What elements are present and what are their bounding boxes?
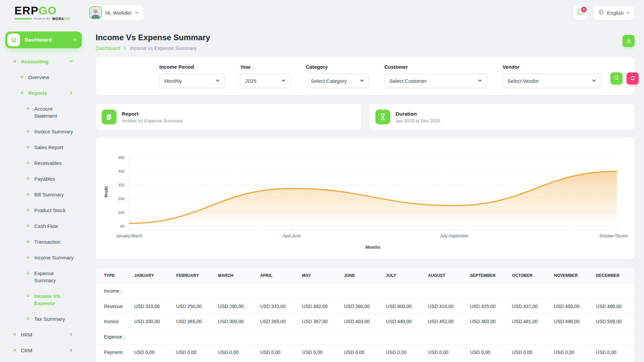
sidebar-item-hrm[interactable]: HRM	[0, 327, 87, 343]
bullet-icon	[26, 161, 29, 164]
svg-text:80: 80	[120, 224, 124, 228]
sidebar-item-dashboard[interactable]: Dashboard	[5, 32, 82, 48]
income-period-select[interactable]: Monthly	[159, 73, 225, 88]
sidebar-item-expense-summary[interactable]: Expense Summary	[0, 265, 87, 288]
amount-cell: USD 0,00	[551, 345, 593, 360]
svg-text:320: 320	[118, 183, 124, 187]
svg-text:160: 160	[118, 210, 124, 215]
amount-cell: USD 370,00	[257, 299, 299, 314]
amount-cell: USD 481,00	[509, 314, 551, 329]
page-title: Income Vs Expense Summary	[96, 33, 210, 42]
sidebar-item-accounting[interactable]: Accounting	[0, 54, 87, 69]
refresh-icon	[630, 75, 636, 82]
svg-text:April-June: April-June	[283, 234, 301, 238]
user-avatar	[89, 6, 102, 19]
report-card-title: Report	[122, 111, 183, 117]
category-label: Category	[306, 64, 369, 70]
sidebar-item-transaction[interactable]: Transaction	[0, 234, 87, 250]
sidebar-item-overview[interactable]: Overview	[0, 69, 87, 85]
amount-cell: USD 400,00	[383, 299, 425, 314]
column-header-january: JANUARY	[131, 268, 173, 283]
sidebar-item-income-vs-expense[interactable]: Income VS Expense	[0, 288, 87, 311]
column-header-february: FEBRUARY	[173, 268, 215, 283]
amount-cell: USD 437,00	[509, 299, 551, 314]
table-row-invoice: InvoiceUSD 330,00USD 365,00USD 300,00USD…	[96, 314, 635, 329]
amount-cell: USD 403,00	[341, 314, 383, 329]
bullet-icon	[26, 107, 29, 110]
reset-button[interactable]	[627, 72, 639, 84]
income-expense-table: TYPEJANUARYFEBRUARYMARCHAPRILMAYJUNEJULY…	[96, 268, 635, 360]
chevron-down-icon	[592, 79, 596, 83]
bullet-icon	[26, 193, 29, 195]
sidebar-item-receivables[interactable]: Receivables	[0, 155, 87, 171]
amount-cell: USD 250,00	[173, 299, 215, 314]
main-content: Income Vs Expense Summary Dashboard Inco…	[96, 25, 635, 362]
column-header-april: APRIL	[257, 268, 299, 283]
chevron-down-icon	[281, 79, 285, 83]
column-header-june: JUNE	[341, 268, 383, 283]
sidebar-item-sales-report[interactable]: Sales Report	[0, 139, 87, 155]
breadcrumb-current: Income vs Expense Summary	[130, 45, 197, 51]
bullet-icon	[26, 272, 29, 274]
amount-cell: USD 509,00	[593, 314, 635, 329]
notifications-button[interactable]: 0	[573, 5, 588, 20]
vendor-select[interactable]: Select Vendor	[502, 73, 601, 88]
amount-cell: USD 0,00	[215, 345, 257, 360]
powered-by-text: Powered By	[34, 17, 50, 20]
row-type-label: Invoice	[96, 314, 131, 329]
bullet-icon	[26, 145, 29, 148]
amount-cell: USD 290,00	[215, 299, 257, 314]
sidebar-item-reports[interactable]: Reports	[0, 85, 87, 101]
chevron-down-icon	[626, 11, 630, 15]
svg-text:July-September: July-September	[440, 234, 468, 238]
chevron-down-icon	[69, 59, 73, 63]
sidebar-item-account-statement[interactable]: Account Statement	[0, 101, 87, 124]
chevron-down-icon	[135, 11, 139, 15]
logo-underline	[14, 18, 32, 19]
amount-cell: USD 0,00	[299, 345, 341, 360]
breadcrumb: Dashboard Income vs Expense Summary	[96, 45, 210, 51]
erpgo-logo[interactable]: ERPGO Powered By WORKDO	[14, 5, 70, 21]
chevron-down-icon	[478, 79, 482, 83]
sidebar-item-payables[interactable]: Payables	[0, 171, 87, 187]
sidebar-item-invoice-summary[interactable]: Invoice Summary	[0, 124, 87, 139]
amount-cell: USD 452,00	[425, 314, 467, 329]
column-header-october: OCTOBER	[509, 268, 551, 283]
user-menu[interactable]: Hi, Workdo!	[87, 5, 144, 21]
category-select[interactable]: Select Category	[306, 73, 369, 88]
sidebar-item-bill-summary[interactable]: Bill Summary	[0, 187, 87, 202]
language-select[interactable]: English	[593, 5, 635, 20]
sidebar-item-product-stock[interactable]: Product Stock	[0, 202, 87, 218]
amount-cell: USD 387,00	[299, 314, 341, 329]
amount-cell: USD 460,00	[467, 314, 508, 329]
profit-chart-card: 48040032024016080January-MarchApril-June…	[96, 137, 635, 259]
bullet-icon	[26, 224, 29, 227]
svg-text:Months: Months	[366, 245, 381, 250]
profit-area-chart: 48040032024016080January-MarchApril-June…	[102, 141, 628, 258]
sidebar-nav: DashboardAccountingOverviewReportsAccoun…	[0, 25, 87, 358]
year-select[interactable]: 2025	[240, 73, 290, 88]
erpgo-app: ERPGO Powered By WORKDO Hi, Workdo! 0	[0, 0, 644, 362]
sidebar-item-cash-flow[interactable]: Cash Flow	[0, 218, 87, 234]
breadcrumb-link-dashboard[interactable]: Dashboard	[96, 45, 120, 51]
bullet-icon	[13, 60, 16, 62]
bullet-icon	[13, 333, 16, 336]
amount-cell: USD 440,00	[383, 314, 425, 329]
amount-cell: USD 300,00	[215, 314, 257, 329]
column-header-type: TYPE	[96, 268, 131, 283]
sidebar-item-tax-summary[interactable]: Tax Summary	[0, 311, 87, 327]
sidebar-item-income-summary[interactable]: Income Summary	[0, 250, 87, 265]
globe-icon	[598, 9, 604, 17]
amount-cell: USD 382,00	[299, 299, 341, 314]
table-header-row: TYPEJANUARYFEBRUARYMARCHAPRILMAYJUNEJULY…	[96, 268, 635, 283]
search-button[interactable]	[610, 72, 623, 84]
svg-text:Profit: Profit	[104, 186, 109, 197]
column-header-august: AUGUST	[425, 268, 467, 283]
duration-card-subtitle: Jan-2025 to Dec-2025	[395, 118, 440, 123]
customer-select[interactable]: Select Customer	[384, 73, 487, 88]
filter-panel: Income PeriodMonthlyYear2025CategorySele…	[96, 57, 635, 95]
download-button[interactable]	[623, 35, 635, 47]
chevron-down-icon	[73, 38, 77, 42]
document-icon	[102, 110, 116, 124]
sidebar-item-crm[interactable]: CRM	[0, 343, 87, 358]
